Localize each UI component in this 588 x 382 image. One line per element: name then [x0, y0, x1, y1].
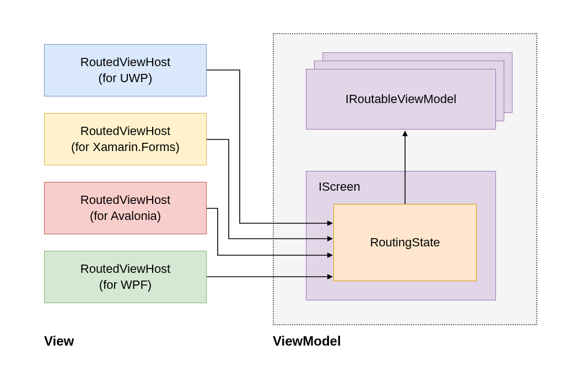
- iscreen-label: IScreen: [319, 179, 360, 195]
- host-box-avalonia: RoutedViewHost (for Avalonia): [44, 182, 207, 234]
- diagram-stage: { "view": { "label": "View", "hosts": [ …: [0, 0, 588, 382]
- view-section-label: View: [44, 333, 74, 349]
- host-line1: RoutedViewHost: [80, 262, 170, 276]
- host-box-wpf: RoutedViewHost (for WPF): [44, 251, 207, 303]
- routingstate-box: RoutingState: [333, 204, 477, 281]
- host-line2: (for Xamarin.Forms): [71, 140, 180, 154]
- host-line2: (for UWP): [99, 71, 153, 85]
- routable-viewmodel-label: IRoutableViewModel: [346, 92, 456, 107]
- host-line1: RoutedViewHost: [80, 55, 170, 69]
- viewmodel-section-label: ViewModel: [273, 333, 341, 349]
- routable-viewmodel-box: IRoutableViewModel: [306, 69, 496, 130]
- routingstate-label: RoutingState: [370, 235, 440, 251]
- host-line1: RoutedViewHost: [80, 124, 170, 138]
- host-line2: (for WPF): [99, 278, 152, 292]
- host-box-uwp: RoutedViewHost (for UWP): [44, 44, 207, 96]
- host-box-xamarin: RoutedViewHost (for Xamarin.Forms): [44, 113, 207, 165]
- host-line2: (for Avalonia): [90, 209, 161, 223]
- host-line1: RoutedViewHost: [80, 193, 170, 207]
